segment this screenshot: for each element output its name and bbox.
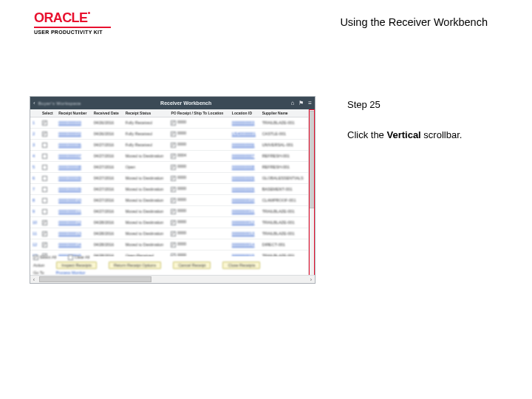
row-receipt-number[interactable]: 0000000009 [56, 173, 91, 184]
row-receipt-number[interactable]: 0000000008 [56, 162, 91, 173]
row-location[interactable]: 0000000008 [230, 162, 260, 173]
row-location[interactable]: 0000000007 [230, 151, 260, 162]
row-po[interactable]: 0000 [168, 195, 229, 206]
po-checkbox[interactable] [171, 132, 176, 137]
vertical-scrollbar-thumb[interactable] [309, 111, 315, 208]
row-po[interactable]: 0000 [168, 184, 229, 195]
row-receipt-number[interactable]: 0000000012 [56, 217, 91, 228]
row-select-cell[interactable] [40, 151, 56, 162]
po-checkbox[interactable] [171, 187, 176, 192]
table-row[interactable]: 10000000001204/28/2016Moved to Destinati… [30, 217, 309, 228]
home-icon[interactable]: ⌂ [290, 100, 294, 106]
row-location[interactable]: 0000000009 [230, 173, 260, 184]
row-checkbox[interactable] [42, 242, 47, 248]
hscroll-thumb[interactable] [39, 276, 151, 282]
row-checkbox[interactable] [42, 132, 47, 137]
row-select-cell[interactable] [40, 117, 56, 129]
row-checkbox[interactable] [42, 209, 47, 214]
row-po[interactable]: 0000 [168, 239, 229, 250]
row-receipt-number[interactable]: 0000000002 [56, 129, 91, 140]
table-row[interactable]: 2000000000204/26/2016Fully Received 0000… [30, 129, 309, 140]
table-row[interactable]: 7000000000904/27/2016Moved to Destinatio… [30, 184, 309, 195]
table-row[interactable]: 3000000000604/27/2016Fully Received 0000… [30, 140, 309, 151]
po-checkbox[interactable] [171, 165, 176, 170]
row-po[interactable]: 0000 [168, 217, 229, 228]
row-checkbox[interactable] [42, 176, 47, 181]
scroll-left-icon[interactable]: ‹ [30, 276, 38, 283]
row-receipt-number[interactable]: 0000000009 [56, 184, 91, 195]
po-checkbox[interactable] [171, 220, 176, 225]
flag-icon[interactable]: ⚑ [299, 100, 304, 106]
row-checkbox[interactable] [42, 220, 47, 225]
row-select-cell[interactable] [40, 129, 56, 140]
row-receipt-number[interactable]: 0000000006 [56, 140, 91, 151]
return-options-button[interactable]: Return Receipt Options [109, 262, 161, 269]
row-receipt-number[interactable]: 0000000007 [56, 151, 91, 162]
row-checkbox[interactable] [42, 198, 47, 203]
table-row[interactable]: 5000000000804/27/2016Open 00000000000008… [30, 162, 309, 173]
row-receipt-number[interactable]: 0000000011 [56, 206, 91, 217]
row-receipt-number[interactable]: 0000000010 [56, 195, 91, 206]
row-checkbox[interactable] [42, 165, 47, 170]
row-checkbox[interactable] [42, 154, 47, 159]
row-po[interactable]: 0000 [168, 117, 229, 129]
row-location[interactable]: 0000000011 [230, 206, 260, 217]
row-select-cell[interactable] [40, 173, 56, 184]
po-checkbox[interactable] [171, 242, 176, 248]
row-location[interactable]: 0000000006 [230, 140, 260, 151]
row-po[interactable]: 0000 [168, 206, 229, 217]
hscroll-track[interactable] [39, 276, 306, 282]
row-select-cell[interactable] [40, 195, 56, 206]
cancel-receipt-button[interactable]: Cancel Receipt [173, 262, 211, 269]
scroll-right-icon[interactable]: › [307, 276, 315, 283]
row-receipt-number[interactable]: 0000000013 [56, 228, 91, 239]
breadcrumb[interactable]: Buyer's Workspace [38, 101, 81, 106]
po-checkbox[interactable] [171, 154, 176, 159]
row-location[interactable]: 0000000003 [230, 117, 260, 129]
row-select-cell[interactable] [40, 206, 56, 217]
row-location[interactable]: 0000000012 [230, 217, 260, 228]
table-row[interactable]: 4000000000704/27/2016Moved to Destinatio… [30, 151, 309, 162]
table-row[interactable]: 1000000000304/26/2016Fully Received 0000… [30, 117, 309, 129]
row-po[interactable]: 0000 [168, 162, 229, 173]
row-checkbox[interactable] [42, 231, 47, 236]
row-po[interactable]: 0000 [168, 140, 229, 151]
row-po[interactable]: 0000 [168, 129, 229, 140]
table-row[interactable]: 12000000001404/28/2016Moved to Destinati… [30, 239, 309, 250]
table-row[interactable]: 8000000001004/27/2016Moved to Destinatio… [30, 195, 309, 206]
row-select-cell[interactable] [40, 228, 56, 239]
row-location[interactable]: 0000000009 [230, 184, 260, 195]
row-po[interactable]: 0004 [168, 151, 229, 162]
row-select-cell[interactable] [40, 217, 56, 228]
inspect-receipts-button[interactable]: Inspect Receipts [56, 262, 97, 269]
po-checkbox[interactable] [171, 143, 176, 148]
row-checkbox[interactable] [42, 143, 47, 148]
row-po[interactable]: 0000 [168, 228, 229, 239]
row-select-cell[interactable] [40, 162, 56, 173]
close-receipts-button[interactable]: Close Receipts [222, 262, 260, 269]
select-all-checkbox[interactable] [33, 255, 38, 260]
back-icon[interactable]: ‹ [33, 100, 35, 106]
clear-all-checkbox[interactable] [68, 255, 73, 260]
vertical-scrollbar[interactable] [308, 109, 315, 276]
row-location[interactable]: 0000000014 [230, 239, 260, 250]
table-row[interactable]: 11000000001304/28/2016Moved to Destinati… [30, 228, 309, 239]
row-location[interactable]: 0000000010 [230, 195, 260, 206]
row-select-cell[interactable] [40, 239, 56, 250]
table-row[interactable]: 6000000000904/27/2016Moved to Destinatio… [30, 173, 309, 184]
row-location[interactable]: US40000001 [230, 129, 260, 140]
row-checkbox[interactable] [42, 120, 47, 126]
table-row[interactable]: 9000000001104/27/2016Moved to Destinatio… [30, 206, 309, 217]
row-receipt-number[interactable]: 0000000003 [56, 117, 91, 129]
row-po[interactable]: 0000 [168, 173, 229, 184]
row-location[interactable]: 0000000013 [230, 228, 260, 239]
po-checkbox[interactable] [171, 198, 176, 203]
row-select-cell[interactable] [40, 184, 56, 195]
po-checkbox[interactable] [171, 231, 176, 236]
po-checkbox[interactable] [171, 120, 176, 126]
row-select-cell[interactable] [40, 140, 56, 151]
po-checkbox[interactable] [171, 176, 176, 181]
row-checkbox[interactable] [42, 187, 47, 192]
row-receipt-number[interactable]: 0000000014 [56, 239, 91, 250]
menu-icon[interactable]: ≡ [308, 100, 312, 106]
